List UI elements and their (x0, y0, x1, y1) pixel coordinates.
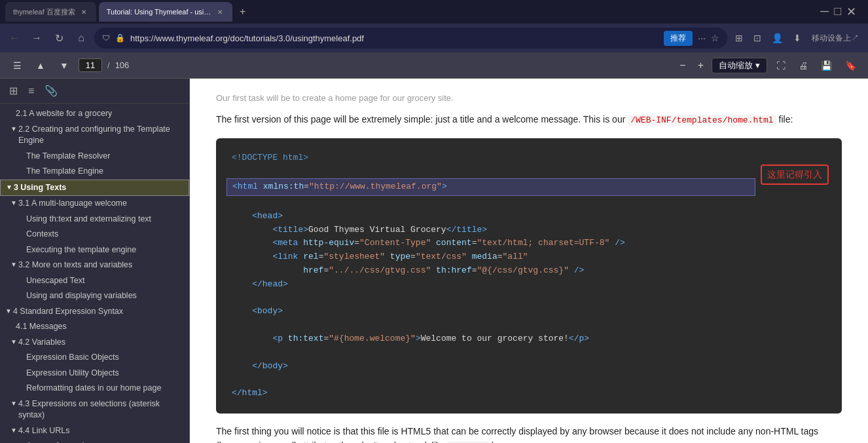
sidebar-item-3-1[interactable]: ▼ 3.1 A multi-language welcome (0, 196, 189, 212)
zoom-arrow: ▾ (755, 60, 760, 70)
nav-right-tools: ⊞ ⊡ 👤 ⬇ 移动设备上↗ (731, 30, 863, 47)
sidebar-item-using-thtext[interactable]: Using th:text and externalizing text (0, 212, 189, 227)
tab-baidu-label: thymeleaf 百度搜索 (13, 7, 75, 17)
code-line-head: <head> (232, 210, 826, 223)
doctype-text: <!DOCTYPE html> (232, 153, 308, 163)
zoom-out-button[interactable]: − (676, 58, 689, 73)
sidebar-label-expr-basic: Expression Basic Objects (26, 352, 184, 364)
bookmark-button[interactable]: ☆ (711, 33, 719, 43)
code-line-body: <body> (232, 305, 826, 318)
page-up-button[interactable]: ▲ (31, 56, 50, 75)
sidebar: ⊞ ≡ 📎 2.1 A website for a grocery ▼ 2.2 … (0, 79, 190, 443)
code-line-title: <title>Good Thymes Virtual Grocery</titl… (232, 223, 826, 237)
sidebar-item-expr-basic[interactable]: Expression Basic Objects (0, 350, 189, 366)
code-line-html: <html xmlns:th="http://www.thymeleaf.org… (226, 178, 755, 196)
arrow-4-3: ▼ (10, 399, 17, 408)
arrow-3: ▼ (6, 183, 12, 192)
code-line-link: <link rel="stylesheet" type="text/css" m… (232, 250, 826, 264)
para2-text: The first thing you will notice is that … (216, 426, 818, 443)
user-button[interactable]: 👤 (768, 30, 787, 46)
zoom-label: 自动缩放 (719, 60, 753, 71)
sidebar-item-executing[interactable]: Executing the template engine (0, 242, 189, 258)
recommend-button[interactable]: 推荐 (664, 31, 693, 46)
sidebar-item-displaying-vars[interactable]: Using and displaying variables (0, 288, 189, 304)
tab-thymeleaf[interactable]: Tutorial: Using Thymeleaf - usin... ✕ (99, 2, 232, 22)
sidebar-item-4-2[interactable]: ▼ 4.2 Variables (0, 335, 189, 351)
sidebar-item-contexts[interactable]: Contexts (0, 227, 189, 242)
save-button[interactable]: 💾 (817, 59, 836, 72)
sidebar-label-2-2: 2.2 Creating and configuring the Templat… (18, 124, 184, 147)
sidebar-item-3-2[interactable]: ▼ 3.2 More on texts and variables (0, 258, 189, 273)
sidebar-label-4-1: 4.1 Messages (16, 321, 184, 333)
window-maximize[interactable]: □ (834, 5, 841, 19)
sidebar-item-3[interactable]: ▼ 3 Using Texts (0, 180, 189, 197)
sidebar-item-4[interactable]: ▼ 4 Standard Expression Syntax (0, 304, 189, 320)
code-line-html-close: </html> (232, 387, 826, 400)
page-separator: / (107, 60, 110, 70)
sidebar-item-template-engine[interactable]: The Template Engine (0, 164, 189, 180)
title-content: Good Thymes Virtual Grocery (308, 225, 446, 235)
code-line-body-close: </body> (232, 360, 826, 374)
link-tag: <link (232, 252, 303, 261)
bookmark-pdf-button[interactable]: 🔖 (841, 59, 860, 72)
annotation-box: 这里记得引入 (761, 164, 829, 185)
title-open: <title> (232, 225, 308, 235)
sidebar-item-4-3[interactable]: ▼ 4.3 Expressions on selections (asteris… (0, 396, 189, 423)
sidebar-label-4: 4 Standard Expression Syntax (13, 306, 184, 318)
extensions-button[interactable]: ⊞ (731, 30, 747, 46)
sidebar-label-4-4: 4.4 Link URLs (18, 425, 184, 437)
split-view-button[interactable]: ⊡ (750, 30, 765, 46)
code-block: 这里记得引入 <!DOCTYPE html> <html xmlns:th="h… (216, 138, 842, 414)
address-input[interactable] (130, 33, 659, 43)
html-open-tag: <html (232, 182, 263, 191)
para1-end: file: (779, 114, 793, 125)
sidebar-list-icon[interactable]: ≡ (24, 83, 38, 99)
print-button[interactable]: 🖨 (795, 59, 812, 72)
window-close[interactable]: ✕ (846, 5, 856, 19)
sidebar-toggle[interactable]: ☰ (8, 56, 26, 75)
sidebar-toolbar: ⊞ ≡ 📎 (0, 79, 189, 104)
forward-button[interactable]: → (27, 29, 46, 47)
new-tab-button[interactable]: + (235, 4, 251, 20)
inline-code-path: /WEB-INF/templates/home.html (628, 115, 776, 126)
sidebar-item-reformatting[interactable]: Reformatting dates in our home page (0, 381, 189, 396)
sidebar-attach-icon[interactable]: 📎 (41, 83, 62, 99)
page-input[interactable] (79, 58, 102, 72)
tab-bar: thymeleaf 百度搜索 ✕ Tutorial: Using Thymele… (5, 2, 251, 22)
browser-title-bar: thymeleaf 百度搜索 ✕ Tutorial: Using Thymele… (0, 0, 868, 24)
refresh-button[interactable]: ↻ (50, 29, 68, 47)
meta-tag: <meta (232, 238, 303, 248)
pdf-toolbar: ☰ ▲ ▼ / 106 − + 自动缩放 ▾ ⛶ 🖨 💾 🔖 (0, 52, 868, 79)
zoom-display[interactable]: 自动缩放 ▾ (712, 58, 767, 73)
sidebar-item-expr-utility[interactable]: Expression Utility Objects (0, 366, 189, 381)
tab-baidu[interactable]: thymeleaf 百度搜索 ✕ (5, 2, 96, 22)
more-button[interactable]: ··· (698, 33, 706, 43)
tab-baidu-close[interactable]: ✕ (79, 7, 88, 16)
zoom-in-button[interactable]: + (694, 58, 708, 73)
sidebar-item-menu[interactable]: A menu for our home page (0, 438, 189, 443)
annotation-text: 这里记得引入 (767, 169, 822, 180)
page-down-button[interactable]: ▼ (55, 56, 73, 75)
sidebar-item-4-1[interactable]: 4.1 Messages (0, 319, 189, 335)
window-minimize[interactable]: ─ (820, 5, 829, 19)
code-line-meta: <meta http-equiv="Content-Type" content=… (232, 237, 826, 250)
sidebar-item-2-2[interactable]: ▼ 2.2 Creating and configuring the Templ… (0, 122, 189, 149)
lock-icon: 🔒 (115, 33, 125, 43)
arrow-4-2: ▼ (10, 337, 17, 347)
tab-thymeleaf-close[interactable]: ✕ (215, 7, 225, 16)
sidebar-item-unescaped[interactable]: Unescaped Text (0, 273, 189, 289)
meta-val2: "text/html; charset=UTF-8" (477, 238, 610, 248)
sidebar-label-reformatting: Reformatting dates in our home page (26, 383, 184, 395)
sidebar-label-3-2: 3.2 More on texts and variables (18, 260, 184, 271)
sidebar-grid-icon[interactable]: ⊞ (5, 83, 22, 99)
sidebar-item-4-4[interactable]: ▼ 4.4 Link URLs (0, 423, 189, 439)
download-button[interactable]: ⬇ (789, 30, 805, 46)
mobile-button[interactable]: 移动设备上↗ (808, 30, 863, 47)
fullscreen-button[interactable]: ⛶ (772, 59, 789, 72)
sidebar-item-2-1[interactable]: 2.1 A website for a grocery (0, 106, 189, 122)
sidebar-item-template-resolver[interactable]: The Template Resolver (0, 149, 189, 164)
back-button[interactable]: ← (5, 29, 24, 47)
sidebar-label-4-3: 4.3 Expressions on selections (asterisk … (18, 398, 184, 421)
home-button[interactable]: ⌂ (72, 29, 90, 47)
para2-end: ). (492, 440, 497, 443)
